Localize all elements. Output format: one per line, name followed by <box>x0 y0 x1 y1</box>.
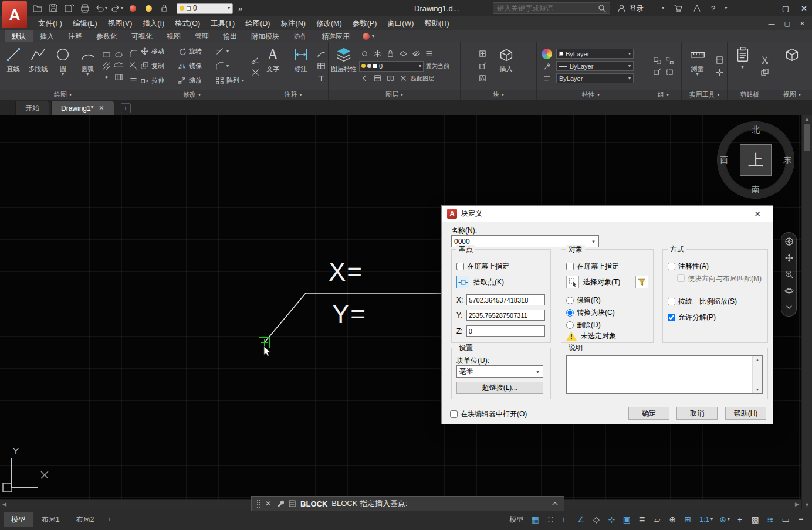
mdi-minimize-button[interactable]: — <box>768 20 774 28</box>
revision-cloud-icon[interactable] <box>113 62 124 71</box>
recent-commands-icon[interactable] <box>288 500 296 508</box>
chevron-down-icon[interactable]: ▾ <box>628 64 631 69</box>
point-tool-icon[interactable] <box>101 73 111 82</box>
customization-menu-button[interactable]: ≡ <box>794 512 808 526</box>
new-layout-button[interactable]: + <box>103 512 116 527</box>
arc-tool-button[interactable]: 圆弧 ▾ <box>76 43 99 89</box>
lock-icon[interactable] <box>157 2 171 15</box>
select-objects-button[interactable] <box>566 276 579 288</box>
paste-button[interactable]: ▾ <box>729 43 756 89</box>
command-line[interactable]: ✕ BLOCK BLOCK 指定插入基点: <box>251 496 564 511</box>
layer-freeze-icon[interactable] <box>372 49 383 59</box>
fillet-tool-icon[interactable] <box>128 49 138 59</box>
start-tab[interactable]: 开始 <box>15 101 49 115</box>
qat-overflow-icon[interactable]: » <box>238 4 242 13</box>
text-tool-button[interactable]: A 文字 <box>260 43 286 89</box>
minimize-button[interactable]: — <box>763 4 770 13</box>
selection-cycling-toggle[interactable]: ⊕ <box>665 512 679 526</box>
line-tool-button[interactable]: 直线 <box>2 43 25 89</box>
ribbon-tab-output[interactable]: 输出 <box>216 30 244 42</box>
retain-radio[interactable]: 保留(R) <box>566 295 601 305</box>
open-in-block-editor-checkbox[interactable]: 在块编辑器中打开(O) <box>450 409 527 419</box>
new-drawing-button[interactable]: + <box>121 103 131 113</box>
open-button[interactable] <box>31 2 45 15</box>
edit-block-icon[interactable] <box>478 62 488 71</box>
measure-tool-button[interactable]: 测量 ▾ <box>684 43 711 89</box>
ok-button[interactable]: 确定 <box>628 407 669 420</box>
menu-help[interactable]: 帮助(H) <box>419 16 454 30</box>
list-properties-icon[interactable] <box>542 74 552 84</box>
polar-tracking-toggle[interactable]: ∠ <box>574 512 588 526</box>
redo-button[interactable]: ▾ <box>110 2 124 15</box>
ribbon-tab-parametric[interactable]: 参数化 <box>89 30 124 42</box>
circle-tool-button[interactable]: 圆 ▾ <box>52 43 75 89</box>
layout1-tab[interactable]: 布局1 <box>34 512 67 527</box>
login-label[interactable]: 登录 <box>630 4 644 13</box>
help-search-box[interactable] <box>493 2 610 14</box>
scale-tool-button[interactable]: 缩放 <box>178 73 215 88</box>
menu-view[interactable]: 视图(V) <box>103 16 138 30</box>
navigation-bar[interactable] <box>781 232 797 317</box>
group-edit-icon[interactable] <box>652 67 662 76</box>
undo-button[interactable]: ▾ <box>94 2 108 15</box>
layer-walk-icon[interactable] <box>424 49 434 59</box>
layer-off-icon[interactable] <box>359 49 370 59</box>
base-view-button[interactable] <box>779 43 806 89</box>
save-button[interactable] <box>46 2 60 15</box>
search-input[interactable] <box>497 4 594 12</box>
pick-point-button[interactable] <box>456 276 469 288</box>
ortho-mode-toggle[interactable]: ∟ <box>559 512 573 526</box>
ribbon-tab-visualize[interactable]: 可视化 <box>124 30 160 42</box>
lineweight-toggle[interactable]: ≣ <box>635 512 649 526</box>
object-color-combobox[interactable]: ByLayer ▾ <box>556 49 634 59</box>
cut-icon[interactable] <box>759 55 770 64</box>
trim-tool-icon[interactable] <box>128 62 138 71</box>
help-icon[interactable]: ? <box>711 4 715 13</box>
block-unit-combobox[interactable]: 毫米 ▾ <box>456 365 543 378</box>
search-icon[interactable] <box>598 4 606 12</box>
close-icon[interactable]: ✕ <box>265 500 271 508</box>
delete-radio[interactable]: 删除(D) <box>566 320 601 330</box>
uniform-scale-checkbox[interactable]: 按统一比例缩放(S) <box>668 297 737 307</box>
ellipse-tool-icon[interactable] <box>113 50 124 60</box>
annotative-checkbox[interactable]: 注释性(A) <box>668 261 709 271</box>
close-button[interactable]: ✕ <box>801 4 807 13</box>
color-wheel-icon[interactable] <box>542 49 552 59</box>
graphics-performance-toggle[interactable]: ≋ <box>763 512 777 526</box>
scroll-up-icon[interactable]: ▲ <box>802 116 812 122</box>
command-line-grip[interactable] <box>256 499 261 508</box>
menu-parametric[interactable]: 参数(P) <box>347 16 383 30</box>
compass-east-label[interactable]: 东 <box>783 155 791 165</box>
allow-explode-checkbox[interactable]: 允许分解(P) <box>668 312 716 322</box>
quick-calc-icon[interactable] <box>715 55 725 64</box>
compass-north-label[interactable]: 北 <box>752 125 760 135</box>
layer-lock-icon[interactable] <box>385 49 395 59</box>
layer-delete-icon[interactable] <box>398 74 408 83</box>
chevron-down-icon[interactable]: ▾ <box>662 6 664 11</box>
qat-layer-combobox[interactable]: 0 ▾ <box>177 3 233 14</box>
menu-file[interactable]: 文件(F) <box>33 16 67 30</box>
layers-panel-label[interactable]: 图层▾ <box>329 90 460 100</box>
objects-onscreen-checkbox[interactable]: 在屏幕上指定 <box>566 261 619 271</box>
vertical-scroll-thumb[interactable] <box>804 124 810 151</box>
chevron-down-icon[interactable]: ▾ <box>710 517 713 522</box>
compass-south-label[interactable]: 南 <box>752 185 760 195</box>
scroll-down-icon[interactable]: ▼ <box>802 502 812 508</box>
stretch-tool-button[interactable]: 拉伸 <box>140 73 178 88</box>
ribbon-tab-addins[interactable]: 附加模块 <box>244 30 286 42</box>
text-style-icon[interactable] <box>316 74 326 83</box>
ribbon-tab-collaborate[interactable]: 协作 <box>286 30 314 42</box>
layer-previous-icon[interactable] <box>359 74 370 83</box>
quick-select-button[interactable] <box>635 276 648 288</box>
scroll-right-icon[interactable]: ▶ <box>795 501 799 507</box>
chevron-down-icon[interactable]: ▾ <box>419 64 421 69</box>
ribbon-tab-home[interactable]: 默认 <box>5 30 33 42</box>
menu-tools[interactable]: 工具(T) <box>205 16 240 30</box>
id-point-icon[interactable] <box>715 67 725 77</box>
orbit-icon[interactable] <box>784 286 794 295</box>
array-tool-button[interactable]: 阵列▾ <box>215 73 248 88</box>
ribbon-tab-manage[interactable]: 管理 <box>188 30 216 42</box>
clean-screen-button[interactable]: ▭ <box>779 512 793 526</box>
viewcube-top-face[interactable]: 上 <box>740 144 772 176</box>
command-history-icon[interactable] <box>551 500 559 508</box>
